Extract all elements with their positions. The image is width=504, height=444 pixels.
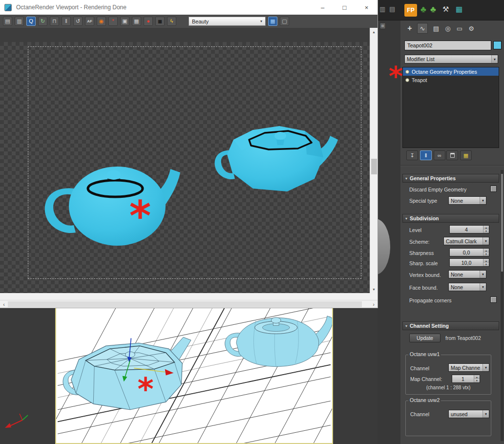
discard-empty-geometry-checkbox[interactable] (490, 186, 497, 192)
sampler-settings-icon[interactable]: * (108, 17, 118, 26)
propagate-corners-checkbox[interactable] (490, 296, 497, 303)
chevron-down-icon: ▼ (483, 410, 489, 418)
sharp-scale-spinner[interactable]: 10,0 ▴▾ (449, 258, 489, 267)
map-channel-spinner[interactable]: 1 ▴▾ (452, 375, 480, 383)
spin-down-icon[interactable]: ▾ (483, 253, 489, 256)
film-settings-icon[interactable]: ▦ (132, 17, 141, 26)
octane-uvw2-group (405, 401, 491, 436)
camera-record-icon[interactable]: ● (144, 17, 153, 26)
scroll-left-icon[interactable]: ‹ (0, 300, 8, 308)
minimize-button[interactable]: – (312, 0, 334, 15)
tab-hierarchy[interactable]: ▤ (431, 23, 441, 34)
configure-modifier-sets-button[interactable]: ▦ (460, 150, 472, 160)
modifier-list-label: Modifier List (407, 56, 435, 62)
tab-display[interactable]: ▭ (454, 23, 465, 34)
pin-stack-button[interactable]: ↧ (406, 150, 418, 160)
viewport-canvas: * (56, 308, 332, 443)
tab-utilities[interactable]: ⚙ (466, 23, 477, 34)
rollout-title: Subdivision (410, 215, 439, 221)
window-controls: – □ × (312, 0, 378, 15)
spin-up-icon[interactable]: ▴ (483, 249, 489, 253)
partial-toolbar-icon-b[interactable]: ▤ (389, 6, 395, 12)
tab-modify[interactable]: ∿ (417, 23, 428, 34)
uvw2-channel-dropdown[interactable]: unused ▼ (448, 410, 489, 418)
tools-icon[interactable]: ⚒ (442, 5, 449, 13)
panel-scrollbar[interactable] (501, 170, 504, 441)
special-type-value: None (451, 198, 463, 204)
sharp-scale-value: 10,0 (450, 259, 483, 266)
uvw1-channel-value: Map Channe (451, 365, 480, 371)
spin-up-icon[interactable]: ▴ (483, 259, 489, 263)
teapot-smooth-viewport (225, 316, 332, 367)
background-sphere-fragment (376, 219, 390, 275)
object-name-field[interactable]: Teapot002 (404, 41, 491, 50)
spin-down-icon[interactable]: ▾ (474, 379, 480, 383)
make-unique-button[interactable]: ∞ (434, 150, 445, 160)
save-render-icon[interactable]: ▤ (3, 17, 12, 26)
modifier-enabled-icon[interactable] (405, 78, 409, 82)
sharpness-value: 0,0 (450, 249, 483, 256)
spin-up-icon[interactable]: ▴ (483, 226, 489, 230)
layer-grid-icon[interactable]: ▦ (456, 5, 462, 13)
render-canvas[interactable]: * (0, 42, 370, 293)
uvw2-channel-label: Channel (410, 411, 429, 417)
stack-item-octane-geometry[interactable]: Octane Geometry Properties (403, 67, 499, 76)
scroll-right-icon[interactable]: › (370, 300, 378, 308)
camera-settings-icon[interactable]: ◼ (155, 17, 165, 26)
special-type-dropdown[interactable]: None ▼ (448, 196, 486, 205)
scroll-up-icon[interactable]: ▲ (370, 28, 378, 36)
pause-render-icon[interactable]: ‖ (62, 17, 71, 26)
horizontal-scroll-thumb[interactable] (8, 301, 362, 307)
command-panel: + ∿ ▤ ◎ ▭ ⚙ Teapot002 Modifier List ▼ Oc… (400, 21, 504, 444)
show-end-result-button[interactable]: ‖ (420, 150, 432, 160)
level-spinner[interactable]: 4 ▴▾ (449, 225, 489, 233)
scroll-down-icon[interactable]: ▼ (370, 285, 378, 293)
modifier-list-dropdown[interactable]: Modifier List ▼ (404, 55, 498, 63)
stack-item-teapot[interactable]: Teapot (403, 76, 499, 84)
refresh-render-icon[interactable]: ↻ (38, 17, 47, 26)
annotation-asterisk-viewport: * (138, 371, 154, 407)
material-preview-icon[interactable]: ▢ (280, 17, 289, 26)
panel-scroll-thumb[interactable] (501, 174, 503, 272)
autofocus-icon[interactable]: AF (85, 17, 94, 26)
vertex-bound-dropdown[interactable]: None ▼ (448, 270, 486, 278)
object-color-swatch[interactable] (493, 41, 502, 49)
modifier-enabled-icon[interactable] (405, 70, 409, 74)
perspective-viewport[interactable]: * (55, 308, 333, 444)
spin-up-icon[interactable]: ▴ (474, 375, 480, 379)
rollout-channel-setting[interactable]: ▾ Channel Setting (402, 321, 499, 330)
tab-create[interactable]: + (404, 23, 415, 34)
lock-icon[interactable]: ⊓ (50, 17, 59, 26)
rollout-general-properties[interactable]: ▾ General Properties (402, 174, 499, 183)
close-button[interactable]: × (356, 0, 378, 15)
rollout-subdivision[interactable]: ▾ Subdivision (402, 214, 499, 223)
maximize-button[interactable]: □ (334, 0, 356, 15)
face-bound-dropdown[interactable]: None ▼ (448, 283, 486, 291)
restart-render-icon[interactable]: ↺ (73, 17, 83, 26)
render-vertical-scrollbar[interactable]: ▲ ▼ (370, 28, 378, 293)
uvw2-channel-value: unused (451, 411, 467, 417)
channel-info-text: (channel 1 : 288 vtx) (405, 385, 491, 390)
kernel-icon[interactable]: ϟ (167, 17, 176, 26)
render-region-icon[interactable]: ◉ (97, 17, 106, 26)
remove-modifier-button[interactable] (446, 150, 458, 160)
foliage-icon[interactable]: ♣ (420, 5, 426, 14)
scheme-dropdown[interactable]: Catmull Clark ▼ (443, 237, 489, 245)
spin-down-icon[interactable]: ▾ (483, 230, 489, 233)
update-button[interactable]: Update (409, 334, 441, 342)
partial-toolbar-icon-c[interactable]: ▣ (380, 22, 385, 28)
uvw1-channel-dropdown[interactable]: Map Channe ▼ (448, 363, 489, 372)
render-statistics-icon[interactable]: ▦ (268, 17, 277, 26)
sharpness-spinner[interactable]: 0,0 ▴▾ (449, 248, 489, 256)
copy-to-clipboard-icon[interactable]: ▥ (15, 17, 24, 26)
display-settings-icon[interactable]: ▣ (120, 17, 129, 26)
spin-down-icon[interactable]: ▾ (483, 263, 489, 267)
fp-button[interactable]: FP (404, 4, 417, 17)
plants-icon[interactable]: ♣ (430, 5, 436, 14)
lock-viewport-icon[interactable]: Q (26, 17, 36, 26)
vertical-scroll-thumb[interactable] (371, 159, 377, 174)
render-horizontal-scrollbar[interactable]: ‹ › (0, 300, 378, 308)
partial-toolbar-icon-a[interactable]: ▥ (379, 6, 385, 12)
tab-motion[interactable]: ◎ (442, 23, 453, 34)
render-pass-select[interactable]: Beauty ▼ (189, 17, 266, 26)
